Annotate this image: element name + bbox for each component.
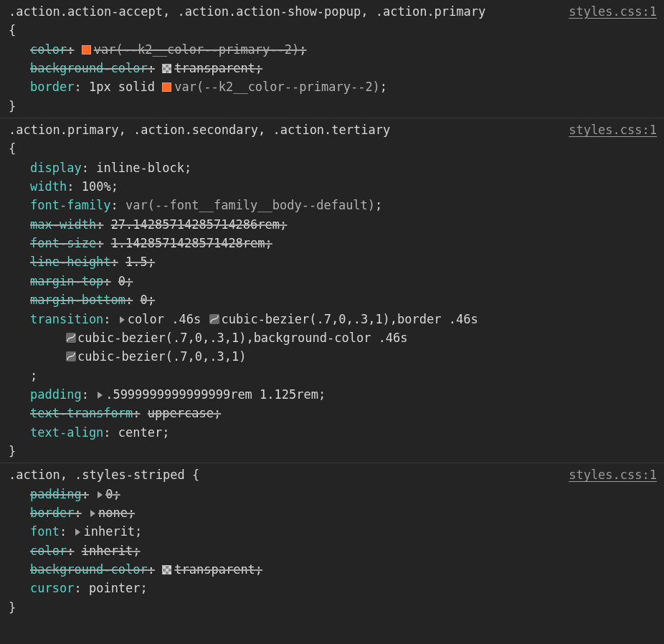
css-value-text[interactable]: none	[98, 506, 128, 520]
css-value-text[interactable]: inherit	[82, 544, 133, 558]
css-declaration[interactable]: font-size: 1.1428571428571428rem;	[30, 234, 657, 252]
css-value[interactable]: 100%	[82, 179, 111, 194]
css-value[interactable]: inline-block	[96, 161, 184, 175]
css-declaration[interactable]: cursor: pointer;	[30, 579, 657, 597]
css-value-text[interactable]: cubic-bezier(.7,0,.3,1),background-color…	[77, 331, 408, 345]
css-value-text[interactable]: var(--k2__color--primary--2)	[94, 42, 300, 57]
css-value[interactable]: 27.14285714285714286rem	[111, 217, 280, 232]
css-value[interactable]: none	[89, 506, 128, 520]
expand-shorthand-icon[interactable]	[98, 491, 103, 498]
css-declaration[interactable]: font-family: var(--font__family__body--d…	[30, 196, 657, 214]
css-value-text[interactable]: 1.5	[125, 255, 148, 269]
css-value-text[interactable]: uppercase	[148, 406, 214, 420]
css-declaration[interactable]: font: inherit;	[30, 522, 657, 541]
cubic-bezier-icon[interactable]	[66, 351, 76, 361]
css-value-text[interactable]: color .46s	[128, 312, 209, 326]
css-value[interactable]: color .46s cubic-bezier(.7,0,.3,1),borde…	[118, 312, 478, 326]
css-value-text[interactable]: var(--k2__color--primary--2)	[174, 80, 380, 94]
css-value[interactable]: transparent	[162, 61, 255, 75]
css-value-text[interactable]: 100%	[82, 179, 111, 194]
css-declaration[interactable]: border: 1px solid var(--k2__color--prima…	[30, 77, 657, 96]
css-property[interactable]: transition	[30, 312, 103, 326]
source-link[interactable]: styles.css:1	[569, 2, 657, 21]
cubic-bezier-icon[interactable]	[66, 333, 76, 343]
css-property[interactable]: margin-top	[30, 274, 103, 288]
css-value[interactable]: 0	[141, 293, 148, 307]
css-value-text[interactable]: inherit	[83, 524, 135, 539]
css-declaration[interactable]: color: var(--k2__color--primary--2);	[30, 40, 657, 59]
css-property[interactable]: padding	[30, 487, 82, 501]
css-value[interactable]: pointer	[89, 581, 141, 595]
css-declaration[interactable]: margin-top: 0;	[30, 272, 657, 290]
css-value-text[interactable]: 0	[118, 274, 125, 288]
expand-shorthand-icon[interactable]	[90, 510, 95, 517]
css-value[interactable]: .5999999999999999rem 1.125rem	[96, 387, 318, 402]
css-property[interactable]: width	[30, 179, 67, 194]
css-declaration[interactable]: margin-bottom: 0;	[30, 290, 657, 309]
css-declaration[interactable]: transition: color .46s cubic-bezier(.7,0…	[30, 310, 657, 385]
css-value[interactable]: transparent	[162, 562, 255, 577]
css-property[interactable]: padding	[30, 387, 82, 402]
css-selector[interactable]: .action, .styles-striped {	[9, 465, 554, 484]
css-value-text[interactable]: 0	[105, 487, 113, 501]
expand-shorthand-icon[interactable]	[75, 529, 80, 536]
css-property[interactable]: text-align	[30, 425, 103, 440]
css-property[interactable]: background-color	[30, 61, 148, 75]
css-declaration[interactable]: text-align: center;	[30, 423, 657, 442]
css-value[interactable]: 0	[118, 274, 125, 288]
color-swatch[interactable]	[162, 64, 171, 73]
css-declaration[interactable]: background-color: transparent;	[30, 560, 657, 579]
css-value[interactable]: 1.5	[125, 255, 148, 269]
color-swatch[interactable]	[162, 82, 171, 92]
css-value-text[interactable]: 1px solid	[89, 80, 162, 94]
css-value[interactable]: var(--font__family__body--default)	[125, 198, 375, 212]
css-value[interactable]: uppercase	[148, 406, 214, 420]
color-swatch[interactable]	[82, 45, 91, 55]
css-selector[interactable]: .action.primary, .action.secondary, .act…	[9, 120, 554, 158]
css-declaration[interactable]: color: inherit;	[30, 541, 657, 560]
css-declaration[interactable]: text-transform: uppercase;	[30, 404, 657, 422]
cubic-bezier-icon[interactable]	[209, 314, 219, 324]
css-property[interactable]: border	[30, 506, 74, 520]
css-property[interactable]: font-family	[30, 198, 111, 212]
css-property[interactable]: margin-bottom	[30, 293, 125, 307]
expand-shorthand-icon[interactable]	[120, 316, 125, 323]
css-value-text[interactable]: inline-block	[96, 161, 184, 175]
css-property[interactable]: cursor	[30, 581, 74, 595]
css-value-text[interactable]: cubic-bezier(.7,0,.3,1),border .46s	[221, 312, 478, 326]
css-value-text[interactable]: pointer	[89, 581, 141, 595]
css-value-text[interactable]: 27.14285714285714286rem	[111, 217, 280, 232]
css-value-text[interactable]: 0	[141, 293, 148, 307]
css-declaration[interactable]: padding: 0;	[30, 485, 657, 503]
css-value-text[interactable]: var(--font__family__body--default)	[125, 198, 375, 212]
css-value[interactable]: center	[118, 425, 162, 440]
css-value[interactable]: inherit	[82, 544, 133, 558]
source-link[interactable]: styles.css:1	[569, 465, 657, 484]
css-value-text[interactable]: transparent	[174, 562, 255, 577]
css-value[interactable]: var(--k2__color--primary--2)	[82, 42, 300, 57]
css-declaration[interactable]: max-width: 27.14285714285714286rem;	[30, 215, 657, 234]
css-property[interactable]: text-transform	[30, 406, 133, 420]
expand-shorthand-icon[interactable]	[98, 392, 103, 399]
css-value-text[interactable]: center	[118, 425, 162, 440]
css-property[interactable]: max-width	[30, 217, 96, 232]
css-value[interactable]: 1.1428571428571428rem	[111, 236, 265, 250]
css-value[interactable]: 0	[96, 487, 113, 501]
source-link[interactable]: styles.css:1	[569, 120, 657, 139]
css-property[interactable]: background-color	[30, 562, 148, 577]
css-property[interactable]: line-height	[30, 255, 111, 269]
css-declaration[interactable]: border: none;	[30, 503, 657, 522]
css-declaration[interactable]: background-color: transparent;	[30, 59, 657, 77]
css-value[interactable]: inherit	[74, 524, 135, 539]
css-declaration[interactable]: width: 100%;	[30, 177, 657, 196]
css-value-text[interactable]: .5999999999999999rem 1.125rem	[105, 387, 318, 402]
css-value-text[interactable]: 1.1428571428571428rem	[111, 236, 265, 250]
color-swatch[interactable]	[162, 565, 171, 574]
css-declaration[interactable]: display: inline-block;	[30, 158, 657, 177]
css-property[interactable]: font	[30, 524, 60, 539]
css-property[interactable]: color	[30, 544, 67, 558]
css-property[interactable]: color	[30, 42, 67, 57]
css-property[interactable]: font-size	[30, 236, 96, 250]
css-declaration[interactable]: padding: .5999999999999999rem 1.125rem;	[30, 385, 657, 404]
css-property[interactable]: border	[30, 80, 74, 94]
